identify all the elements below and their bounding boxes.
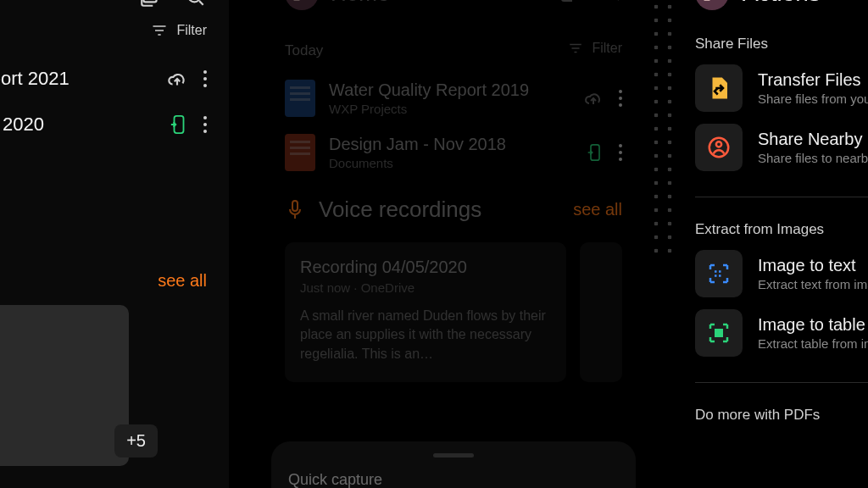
- filter-icon: [568, 41, 583, 56]
- section-label: Do more with PDFs: [695, 407, 868, 424]
- sheet-grabber[interactable]: [433, 453, 474, 458]
- more-icon[interactable]: [619, 90, 622, 107]
- phone-panel-center: Home Today Filter: [259, 0, 648, 488]
- filter-icon: [151, 22, 168, 39]
- action-title: Share Nearby: [758, 130, 868, 149]
- svg-point-1: [188, 0, 200, 2]
- page-title: Home: [331, 0, 389, 7]
- filter-control[interactable]: Filter: [568, 41, 622, 56]
- avatar[interactable]: [285, 0, 319, 10]
- more-icon[interactable]: [203, 116, 207, 133]
- action-transfer-files[interactable]: Transfer Files Share files from your pho…: [695, 64, 868, 112]
- action-title: Transfer Files: [758, 70, 868, 90]
- sheet-title: Quick capture: [288, 471, 619, 488]
- file-row[interactable]: Water Quality Report 2021: [0, 68, 207, 90]
- action-subtitle: Share files to nearby: [758, 151, 868, 165]
- action-title: Image to text: [758, 256, 868, 275]
- actions-panel: Actions Share Files Transfer Files Share…: [678, 0, 868, 488]
- file-row[interactable]: Survey 7 responses: [0, 159, 207, 198]
- powerpoint-doc-icon: [285, 134, 315, 171]
- see-all-link[interactable]: see all: [573, 200, 622, 219]
- file-row[interactable]: Water Quality Report 2019 WXP Projects: [285, 80, 622, 117]
- see-all-link[interactable]: see all: [158, 271, 207, 291]
- svg-rect-0: [143, 0, 156, 2]
- send-to-phone-icon[interactable]: [587, 142, 604, 163]
- file-title: Design Jam - Nov 2018: [329, 135, 506, 154]
- action-subtitle: Extract text from image: [758, 277, 868, 291]
- action-image-to-text[interactable]: Image to text Extract text from image: [695, 250, 868, 297]
- action-subtitle: Share files from your phone: [758, 92, 868, 106]
- action-share-nearby[interactable]: Share Nearby Share files to nearby: [695, 124, 868, 171]
- recording-body: A small river named Duden flows by their…: [300, 307, 551, 363]
- action-title: Image to table: [758, 315, 868, 335]
- share-nearby-icon: [695, 124, 743, 171]
- more-icon[interactable]: [619, 144, 622, 161]
- promo-badge: +5: [114, 424, 158, 458]
- file-title: Water Quality Report 2021: [0, 68, 70, 90]
- avatar[interactable]: [695, 0, 729, 10]
- section-label: Extract from Images: [695, 221, 868, 238]
- image-to-text-icon: [695, 250, 743, 297]
- window-icon[interactable]: [559, 0, 580, 3]
- svg-rect-11: [715, 329, 723, 337]
- file-subtitle: Documents: [329, 156, 506, 170]
- file-subtitle: WXP Projects: [329, 102, 529, 116]
- action-subtitle: Extract table from image: [758, 336, 868, 351]
- filter-label: Filter: [176, 23, 207, 38]
- search-icon[interactable]: [185, 0, 207, 8]
- recording-meta: Just now · OneDrive: [300, 280, 551, 295]
- recording-title: Recording 04/05/2020: [300, 258, 551, 277]
- action-image-to-table[interactable]: Image to table Extract table from image: [695, 309, 868, 357]
- phone-panel-left: Filter Water Quality Report 2021 Design …: [0, 0, 229, 488]
- promo-card[interactable]: Dark Mode on Android +5: [0, 305, 129, 466]
- filter-control[interactable]: Filter: [151, 22, 207, 39]
- transfer-files-icon: [695, 64, 743, 112]
- file-title: Water Quality Report 2019: [329, 80, 529, 100]
- image-to-table-icon: [695, 309, 743, 357]
- recording-card[interactable]: [580, 242, 622, 382]
- quick-capture-sheet[interactable]: Quick capture Note Lens: [271, 441, 636, 488]
- recording-card[interactable]: Recording 04/05/2020 Just now · OneDrive…: [285, 242, 566, 382]
- cloud-upload-icon[interactable]: [166, 68, 188, 90]
- search-icon[interactable]: [602, 0, 622, 3]
- svg-point-10: [716, 141, 721, 147]
- section-label-today: Today: [285, 42, 323, 59]
- section-label: Share Files: [695, 36, 868, 53]
- more-icon[interactable]: [203, 70, 207, 87]
- file-row[interactable]: Design Jam - Nov 2020: [0, 114, 207, 136]
- page-title: Actions: [743, 0, 821, 7]
- cloud-upload-icon[interactable]: [583, 88, 604, 108]
- send-to-phone-icon[interactable]: [170, 114, 188, 136]
- svg-rect-6: [292, 201, 298, 211]
- divider: [695, 197, 868, 197]
- filter-label: Filter: [592, 41, 622, 56]
- file-row[interactable]: Design Jam - Nov 2018 Documents: [285, 134, 622, 171]
- file-title: Design Jam - Nov 2020: [0, 114, 44, 136]
- microphone-icon: [285, 198, 305, 222]
- divider: [695, 382, 868, 383]
- word-doc-icon: [285, 80, 315, 117]
- section-heading: Voice recordings: [319, 197, 481, 223]
- window-icon[interactable]: [139, 0, 161, 8]
- decorative-divider: [649, 0, 680, 254]
